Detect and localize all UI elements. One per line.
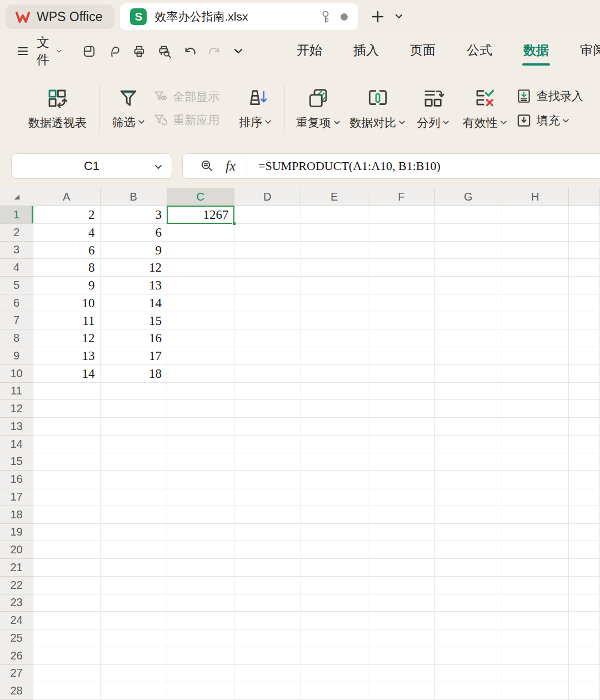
- cell-partial-3[interactable]: [569, 242, 600, 259]
- cell-H22[interactable]: [502, 577, 569, 594]
- cell-G16[interactable]: [435, 471, 502, 488]
- cell-A11[interactable]: [33, 383, 101, 401]
- column-header-G[interactable]: G: [435, 188, 502, 206]
- insert-function-fx-icon[interactable]: fx: [226, 158, 236, 174]
- cell-G11[interactable]: [435, 383, 502, 401]
- cell-H9[interactable]: [502, 347, 569, 365]
- cell-B25[interactable]: [101, 629, 168, 647]
- row-header-16[interactable]: 16: [0, 471, 33, 488]
- cell-partial-28[interactable]: [569, 682, 600, 700]
- cell-partial-16[interactable]: [569, 471, 600, 488]
- cell-E8[interactable]: [301, 329, 368, 347]
- cell-H6[interactable]: [502, 294, 569, 312]
- cell-A6[interactable]: 10: [33, 294, 101, 312]
- cell-D3[interactable]: [234, 242, 302, 259]
- cell-C19[interactable]: [167, 524, 234, 542]
- cell-G9[interactable]: [435, 347, 502, 365]
- column-header-E[interactable]: E: [301, 188, 368, 206]
- cell-B27[interactable]: [101, 665, 168, 683]
- search-formula-icon[interactable]: [199, 159, 214, 174]
- cell-H25[interactable]: [502, 629, 569, 647]
- cell-partial-22[interactable]: [569, 577, 600, 594]
- cell-H28[interactable]: [502, 682, 569, 700]
- cell-H20[interactable]: [502, 541, 569, 559]
- row-header-25[interactable]: 25: [0, 629, 33, 647]
- cell-C16[interactable]: [167, 471, 234, 488]
- cell-B20[interactable]: [101, 541, 168, 559]
- cell-F6[interactable]: [368, 294, 436, 312]
- fill-button[interactable]: 填充: [516, 112, 598, 129]
- cell-C15[interactable]: [167, 453, 234, 471]
- row-header-20[interactable]: 20: [0, 541, 33, 559]
- cell-H21[interactable]: [502, 559, 569, 577]
- cell-A22[interactable]: [33, 577, 101, 594]
- cell-D14[interactable]: [234, 436, 302, 453]
- data-compare-button[interactable]: 数据对比: [345, 75, 410, 142]
- cell-H4[interactable]: [502, 259, 569, 277]
- cell-C21[interactable]: [167, 559, 234, 577]
- cell-G28[interactable]: [435, 682, 502, 700]
- cell-B11[interactable]: [101, 383, 168, 401]
- cell-B6[interactable]: 14: [101, 294, 168, 312]
- cell-B13[interactable]: [101, 418, 168, 436]
- cell-A8[interactable]: 12: [33, 329, 101, 347]
- cell-F11[interactable]: [368, 383, 436, 401]
- text-to-columns-button[interactable]: 分列: [410, 75, 456, 142]
- cell-H2[interactable]: [502, 224, 569, 242]
- cell-B1[interactable]: 3: [101, 206, 168, 224]
- column-header-partial[interactable]: [569, 188, 600, 206]
- cell-A26[interactable]: [33, 647, 101, 665]
- row-header-7[interactable]: 7: [0, 312, 33, 330]
- cell-E6[interactable]: [301, 294, 368, 312]
- cell-G22[interactable]: [435, 577, 502, 594]
- cell-D17[interactable]: [234, 488, 302, 506]
- cell-G3[interactable]: [435, 242, 502, 259]
- cell-A19[interactable]: [33, 524, 101, 542]
- cell-B2[interactable]: 6: [101, 224, 168, 242]
- row-header-15[interactable]: 15: [0, 453, 33, 471]
- fill-handle[interactable]: [232, 222, 236, 226]
- cell-E20[interactable]: [301, 541, 368, 559]
- cell-G17[interactable]: [435, 488, 502, 506]
- cell-D8[interactable]: [234, 329, 302, 347]
- cell-F1[interactable]: [368, 206, 436, 224]
- ribbon-tab-2[interactable]: 插入: [353, 42, 379, 61]
- row-header-12[interactable]: 12: [0, 400, 33, 418]
- cell-C8[interactable]: [167, 329, 234, 347]
- cell-partial-1[interactable]: [569, 206, 600, 224]
- cell-partial-10[interactable]: [569, 365, 600, 383]
- name-box-chevron-icon[interactable]: [154, 162, 163, 171]
- cell-F9[interactable]: [368, 347, 436, 365]
- cell-H11[interactable]: [502, 383, 569, 401]
- cell-E13[interactable]: [301, 418, 368, 436]
- row-header-22[interactable]: 22: [0, 577, 33, 594]
- row-header-23[interactable]: 23: [0, 594, 33, 612]
- cell-D5[interactable]: [234, 277, 302, 294]
- cell-C20[interactable]: [167, 541, 234, 559]
- cell-G10[interactable]: [435, 365, 502, 383]
- cell-F15[interactable]: [368, 453, 436, 471]
- new-tab-plus-icon[interactable]: [370, 9, 386, 24]
- tab-list-chevron-icon[interactable]: [393, 11, 404, 22]
- row-header-9[interactable]: 9: [0, 347, 33, 365]
- cell-C7[interactable]: [167, 312, 234, 330]
- name-box[interactable]: C1: [11, 153, 172, 179]
- cell-G25[interactable]: [435, 629, 502, 647]
- sort-button[interactable]: 排序: [233, 75, 278, 142]
- cell-G13[interactable]: [435, 418, 502, 436]
- cell-D24[interactable]: [234, 612, 302, 629]
- cell-G20[interactable]: [435, 541, 502, 559]
- cell-G21[interactable]: [435, 559, 502, 577]
- cell-D20[interactable]: [234, 541, 302, 559]
- cell-F4[interactable]: [368, 259, 436, 277]
- cell-B22[interactable]: [101, 577, 168, 594]
- cell-D2[interactable]: [234, 224, 302, 242]
- cell-F19[interactable]: [368, 524, 436, 542]
- cell-partial-26[interactable]: [569, 647, 600, 665]
- row-header-10[interactable]: 10: [0, 365, 33, 383]
- cell-B4[interactable]: 12: [101, 259, 168, 277]
- document-tab[interactable]: S 效率办公指南.xlsx: [120, 3, 358, 30]
- validation-button[interactable]: 有效性: [457, 75, 513, 142]
- cell-G15[interactable]: [435, 453, 502, 471]
- cell-partial-13[interactable]: [569, 418, 600, 436]
